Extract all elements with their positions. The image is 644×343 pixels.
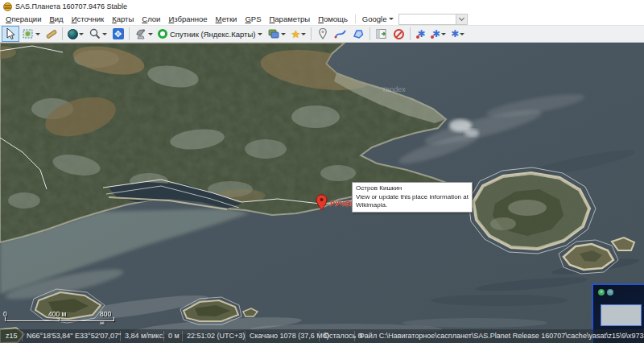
add-path-button[interactable]: [332, 26, 349, 42]
menu-source[interactable]: Источник: [68, 14, 109, 24]
google-search-menu-button[interactable]: Google: [359, 14, 398, 24]
scale-bar: 0 400 м 800 м: [3, 310, 118, 326]
status-downloaded: Скачано 1078 (37,6 Мб): [250, 332, 329, 340]
minimap-zoom-in-button[interactable]: +: [598, 289, 605, 295]
status-remaining: Осталось 0: [324, 332, 362, 340]
status-coordinates: N66°18'53,84" E33°52'07,07": [27, 332, 121, 340]
route-path-icon: [334, 27, 347, 40]
status-bar: z15 N66°18'53,84" E33°52'07,07" 3,84 м/п…: [0, 329, 644, 343]
status-zoom[interactable]: z15: [6, 332, 18, 340]
satellite-imagery: [0, 43, 644, 343]
tooltip-link[interactable]: Wikimapia.: [356, 201, 469, 210]
chevron-down-icon: [79, 33, 84, 35]
gps-asterisk-icon: ✱: [432, 29, 440, 39]
menu-placemarks[interactable]: Метки: [212, 14, 242, 24]
star-icon: ★: [291, 29, 300, 39]
source-ring-icon: [158, 29, 167, 39]
minimap-zoom-out-button[interactable]: −: [607, 289, 613, 295]
fullscreen-button[interactable]: [109, 26, 126, 42]
geosearch-input[interactable]: [399, 14, 456, 24]
select-cursor-button[interactable]: [2, 26, 19, 42]
toolbar-separator: [369, 27, 370, 40]
toolbar-separator: [129, 27, 130, 40]
download-button[interactable]: [132, 26, 155, 42]
scale-label-400: 400 м: [48, 310, 66, 318]
tooltip-line2: View or update this place information at: [356, 193, 469, 202]
selection-rect-icon: [22, 27, 35, 40]
menu-operations[interactable]: Операции: [2, 14, 45, 24]
menu-maps[interactable]: Карты: [108, 14, 138, 24]
gps-asterisk-icon: ✱: [418, 29, 426, 39]
map-source-label: Спутник (Яндекс.Карты): [168, 30, 257, 39]
menu-view[interactable]: Вид: [45, 14, 67, 24]
prohibition-icon: [394, 29, 404, 39]
chevron-down-icon: [460, 33, 464, 35]
add-polygon-button[interactable]: [349, 26, 367, 42]
red-pin-icon: [316, 194, 328, 211]
main-toolbar: Спутник (Яндекс.Карты) ★: [0, 25, 644, 43]
status-file-path: Файл C:\Навигаторное\саспланет\SAS.Plane…: [359, 332, 644, 340]
tooltip-title: Остров Кишкин: [356, 184, 469, 193]
chevron-down-icon: [281, 33, 286, 35]
geosearch-dropdown-button[interactable]: [456, 14, 467, 24]
map-source-button[interactable]: Спутник (Яндекс.Карты): [155, 26, 265, 42]
globe-icon: [68, 29, 78, 39]
scale-line: [5, 320, 114, 321]
minimap-viewport-rect[interactable]: [601, 304, 642, 326]
chevron-down-icon: [301, 33, 306, 35]
chevron-down-icon: [35, 33, 40, 35]
cancel-download-button[interactable]: [390, 26, 407, 42]
layers-icon: [267, 27, 280, 40]
chevron-down-icon: [102, 33, 107, 35]
app-icon: [3, 2, 12, 11]
add-placemark-button[interactable]: [314, 26, 332, 42]
menubar-separator: [355, 14, 356, 23]
zoom-tool-button[interactable]: [86, 26, 109, 42]
scale-tick: [5, 317, 6, 321]
status-elevation: 0 м: [168, 332, 180, 340]
chevron-down-icon: [389, 18, 394, 20]
toolbar-separator: [410, 27, 411, 40]
chevron-down-icon: [258, 33, 262, 35]
map-marker[interactable]: РУЧЕЙ: [316, 194, 356, 211]
scale-tick: [59, 317, 60, 321]
chevron-down-icon: [459, 15, 464, 21]
menu-help[interactable]: Помощь: [314, 14, 352, 24]
status-time: 22:51:02 (UTC+3): [187, 332, 245, 340]
provider-watermark: Yandex: [382, 85, 406, 93]
google-label: Google: [362, 14, 387, 23]
geosearch-box: [398, 14, 468, 25]
gps-marks-button-2[interactable]: ✱: [430, 26, 448, 42]
toolbar-separator: [62, 27, 63, 40]
app-window: SAS.Планета 160707.9476 Stable Операции …: [0, 0, 644, 343]
layers-button[interactable]: [265, 26, 288, 42]
scale-label-800: 800 м: [100, 310, 118, 326]
chevron-down-icon: [148, 33, 153, 35]
toolbar-separator: [311, 27, 312, 40]
title-bar: SAS.Планета 160707.9476 Stable: [0, 0, 644, 13]
selection-rect-button[interactable]: [19, 26, 43, 42]
menu-settings[interactable]: Параметры: [266, 14, 315, 24]
polygon-path-icon: [352, 27, 365, 40]
gps-marks-button-3[interactable]: ✱: [448, 26, 467, 42]
satellite-dish-icon: [134, 27, 147, 40]
map-canvas[interactable]: Yandex РУЧЕЙ Остров Кишкин View or updat…: [0, 43, 644, 343]
ruler-icon: [45, 29, 56, 39]
ruler-button[interactable]: [43, 26, 60, 42]
gps-asterisk-icon: ✱: [451, 29, 459, 39]
scale-tick: [114, 317, 114, 321]
globe-button[interactable]: [65, 26, 86, 42]
menu-bar: Операции Вид Источник Карты Слои Избранн…: [0, 13, 644, 25]
gps-marks-button-1[interactable]: ✱: [413, 26, 430, 42]
menu-favorites[interactable]: Избранное: [164, 14, 211, 24]
menu-gps[interactable]: GPS: [241, 14, 265, 24]
panel-window-icon: [375, 27, 388, 40]
panel-toggle-button[interactable]: [373, 26, 390, 42]
menu-layers[interactable]: Слои: [138, 14, 164, 24]
place-tooltip[interactable]: Остров Кишкин View or update this place …: [352, 182, 473, 213]
chevron-down-icon: [441, 33, 446, 35]
placemark-icon: [316, 27, 329, 40]
favorites-button[interactable]: ★: [288, 26, 308, 42]
cursor-icon: [4, 27, 17, 40]
magnifier-icon: [89, 27, 101, 40]
